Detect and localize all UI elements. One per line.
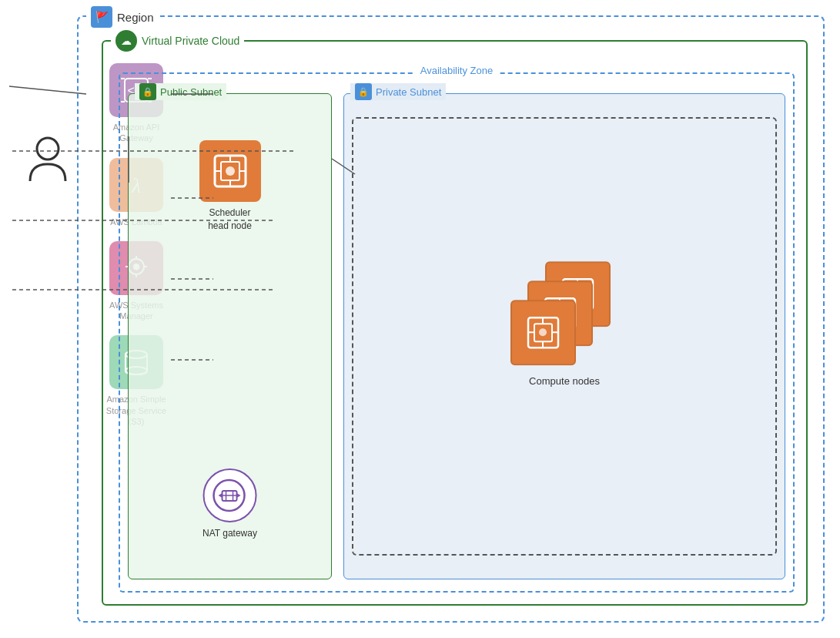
svg-point-51 <box>539 328 547 336</box>
compute-nodes-label: Compute nodes <box>510 375 618 387</box>
nat-gateway: NAT gateway <box>202 468 257 540</box>
svg-line-56 <box>9 86 86 94</box>
public-subnet-label: 🔒 Public Subnet <box>135 83 226 100</box>
compute-stack <box>510 261 618 369</box>
public-lock-icon: 🔒 <box>139 83 156 100</box>
scheduler-label: Schedulerhead node <box>208 207 252 233</box>
az-label: Availability Zone <box>414 65 499 76</box>
user-icon <box>27 135 69 188</box>
scheduler-icon <box>199 140 261 202</box>
private-subnet-label: 🔒 Private Subnet <box>350 83 446 100</box>
vpc-text: Virtual Private Cloud <box>142 35 239 47</box>
svg-marker-29 <box>219 493 223 498</box>
compute-node-3 <box>510 300 576 365</box>
vpc-box: ☁ Virtual Private Cloud Availability Zon… <box>102 40 808 606</box>
svg-point-0 <box>37 138 59 160</box>
private-subnet-text: Private Subnet <box>376 86 441 98</box>
region-text: Region <box>117 11 154 24</box>
nat-label: NAT gateway <box>202 527 257 540</box>
svg-marker-30 <box>237 493 241 498</box>
public-subnet: 🔒 Public Subnet <box>128 93 332 579</box>
scheduler-node: Schedulerhead node <box>199 140 261 233</box>
region-flag-icon: 🚩 <box>91 6 112 28</box>
vpc-label: ☁ Virtual Private Cloud <box>111 30 244 52</box>
vpc-cloud-icon: ☁ <box>115 30 137 52</box>
compute-nodes-container: Compute nodes <box>510 261 618 387</box>
region-box: 🚩 Region </> Amazon API Gateway <box>77 15 825 623</box>
private-subnet: 🔒 Private Subnet <box>343 93 785 579</box>
az-box: Availability Zone 🔒 Public Subnet <box>119 72 795 593</box>
public-subnet-text: Public Subnet <box>160 86 222 98</box>
region-label: 🚩 Region <box>86 6 159 28</box>
svg-point-23 <box>226 166 235 176</box>
diagram-container: 🚩 Region </> Amazon API Gateway <box>15 15 825 623</box>
private-lock-icon: 🔒 <box>355 83 372 100</box>
nat-icon <box>202 468 256 522</box>
